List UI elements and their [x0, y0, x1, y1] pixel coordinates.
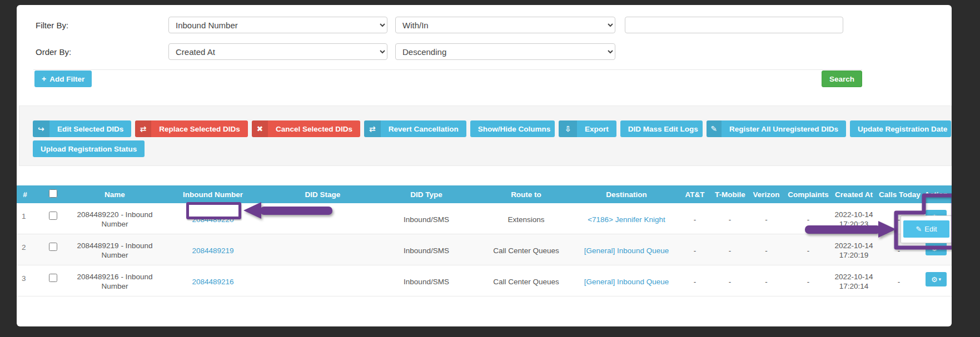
- x-icon: ✖: [252, 120, 268, 137]
- gear-icon: ⚙: [931, 245, 938, 252]
- button-label: Cancel Selected DIDs: [268, 120, 360, 137]
- cell-num: 1: [17, 203, 33, 234]
- edit-selected-dids-button[interactable]: ↪Edit Selected DIDs: [33, 120, 131, 137]
- cell-destination: [General] Inbound Queue: [576, 234, 676, 265]
- column-header-t-mobile: T-Mobile: [713, 185, 747, 203]
- cell-att: -: [676, 234, 713, 265]
- column-header-created-at: Created At: [830, 185, 877, 203]
- order-field-select[interactable]: Created At: [168, 43, 387, 60]
- column-header-destination: Destination: [576, 185, 676, 203]
- export-button[interactable]: ⇩Export: [559, 120, 616, 137]
- cell-destination: [General] Inbound Queue: [576, 265, 676, 296]
- column-header-action: Action: [921, 185, 952, 203]
- dropdown-edit-label: Edit: [924, 225, 937, 233]
- replace-selected-dids-button[interactable]: ⇄Replace Selected DIDs: [135, 120, 248, 137]
- cell-verizon: -: [747, 265, 786, 296]
- cell-action: ⚙▾: [921, 265, 952, 296]
- cell-created-at: 2022-10-14 17:20:19: [830, 234, 877, 265]
- table-row: 32084489216 - Inbound Number2084489216In…: [17, 265, 952, 296]
- row-checkbox[interactable]: [49, 274, 57, 282]
- add-filter-button[interactable]: + Add Filter: [34, 71, 92, 87]
- button-label: Show/Hide Columns: [470, 120, 555, 137]
- column-header-route-to: Route to: [476, 185, 576, 203]
- order-by-row: Order By: Created At Descending: [17, 43, 952, 60]
- table-row: 12084489220 - Inbound Number2084489220In…: [17, 203, 952, 234]
- search-button[interactable]: Search: [822, 71, 862, 87]
- cell-name: 2084489216 - Inbound Number: [72, 265, 157, 296]
- share-arrow-icon: ↪: [33, 120, 49, 137]
- dropdown-edit-item[interactable]: ✎ Edit: [903, 220, 949, 238]
- button-label: Export: [577, 120, 616, 137]
- inbound-number-link[interactable]: 2084489216: [192, 278, 233, 286]
- retweet-icon: ⇄: [364, 120, 381, 137]
- filter-by-row: Filter By: Inbound Number With/In: [17, 17, 952, 33]
- cell-tmobile: -: [713, 265, 747, 296]
- cell-created-at: 2022-10-14 17:20:23: [830, 203, 877, 234]
- cell-tmobile: -: [713, 234, 747, 265]
- inbound-number-link[interactable]: 2084489220: [192, 215, 233, 224]
- row-actions-gear-button[interactable]: ⚙▾: [926, 272, 947, 286]
- button-label: Replace Selected DIDs: [151, 120, 248, 137]
- inbound-number-link[interactable]: 2084489219: [192, 247, 233, 255]
- download-icon: ⇩: [559, 120, 577, 137]
- revert-cancellation-button[interactable]: ⇄Revert Cancellation: [364, 120, 466, 137]
- cell-created-at: 2022-10-14 17:20:14: [830, 265, 877, 296]
- filter-by-label: Filter By:: [17, 21, 168, 30]
- column-header-blank: #: [17, 185, 33, 203]
- cell-check: [33, 265, 72, 296]
- table-header-row: #NameInbound NumberDID StageDID TypeRout…: [17, 185, 952, 203]
- column-header-did-type: DID Type: [377, 185, 476, 203]
- cell-inbound-number: 2084489216: [157, 265, 268, 296]
- gear-icon: ⚙: [931, 276, 938, 283]
- show-hide-columns-button[interactable]: Show/Hide Columns: [470, 120, 555, 137]
- did-mass-edit-logs-button[interactable]: DID Mass Edit Logs: [620, 120, 703, 137]
- row-action-dropdown: ✎ Edit: [901, 215, 952, 243]
- destination-link[interactable]: <7186> Jennifer Knight: [588, 215, 665, 224]
- order-direction-select[interactable]: Descending: [395, 43, 615, 60]
- update-registration-date-button[interactable]: Update Registration Date: [850, 120, 951, 137]
- cell-calls-today: -: [877, 265, 921, 296]
- destination-link[interactable]: [General] Inbound Queue: [584, 278, 669, 286]
- cell-check: [33, 234, 72, 265]
- cell-tmobile: -: [713, 203, 747, 234]
- caret-down-icon: ▾: [939, 246, 942, 251]
- search-label: Search: [829, 75, 854, 83]
- cell-did-type: Inbound/SMS: [377, 234, 476, 265]
- button-label: Upload Registration Status: [33, 140, 145, 157]
- cell-complaints: -: [786, 265, 830, 296]
- cell-did-type: Inbound/SMS: [377, 203, 476, 234]
- cell-check: [33, 203, 72, 234]
- cell-num: 3: [17, 265, 33, 296]
- cancel-selected-dids-button[interactable]: ✖Cancel Selected DIDs: [252, 120, 360, 137]
- cell-complaints: -: [786, 203, 830, 234]
- column-header-name: Name: [72, 185, 157, 203]
- column-header-select-all: [33, 185, 72, 203]
- order-by-label: Order By:: [17, 47, 168, 57]
- filter-operator-select[interactable]: With/In: [395, 17, 615, 33]
- button-label: Register All Unregistered DIDs: [722, 120, 846, 137]
- destination-link[interactable]: [General] Inbound Queue: [584, 247, 669, 255]
- did-table: #NameInbound NumberDID StageDID TypeRout…: [17, 185, 952, 296]
- cell-inbound-number: 2084489220: [157, 203, 268, 234]
- bulk-actions-toolbar: ↪Edit Selected DIDs⇄Replace Selected DID…: [19, 105, 952, 166]
- register-all-unregistered-dids-button[interactable]: ✎Register All Unregistered DIDs: [707, 120, 846, 137]
- filter-divider: [33, 69, 862, 70]
- row-checkbox[interactable]: [49, 212, 57, 220]
- cell-did-stage: [268, 234, 377, 265]
- pencil-icon: ✎: [916, 225, 922, 233]
- filter-value-input[interactable]: [625, 17, 843, 33]
- cell-complaints: -: [786, 234, 830, 265]
- add-filter-label: Add Filter: [49, 75, 84, 83]
- cell-did-stage: [268, 265, 377, 296]
- upload-registration-status-button[interactable]: Upload Registration Status: [33, 140, 145, 157]
- table-row: 22084489219 - Inbound Number2084489219In…: [17, 234, 952, 265]
- column-header-did-stage: DID Stage: [268, 185, 377, 203]
- retweet-icon: ⇄: [135, 120, 151, 137]
- screenshot-frame: { "colors": { "accent_blue": "#49b8de", …: [0, 0, 980, 337]
- cell-route-to: Extensions: [476, 203, 576, 234]
- select-all-checkbox[interactable]: [49, 189, 57, 198]
- cell-name: 2084489219 - Inbound Number: [72, 234, 157, 265]
- row-checkbox[interactable]: [49, 243, 57, 251]
- cell-att: -: [676, 265, 713, 296]
- filter-field-select[interactable]: Inbound Number: [168, 17, 387, 33]
